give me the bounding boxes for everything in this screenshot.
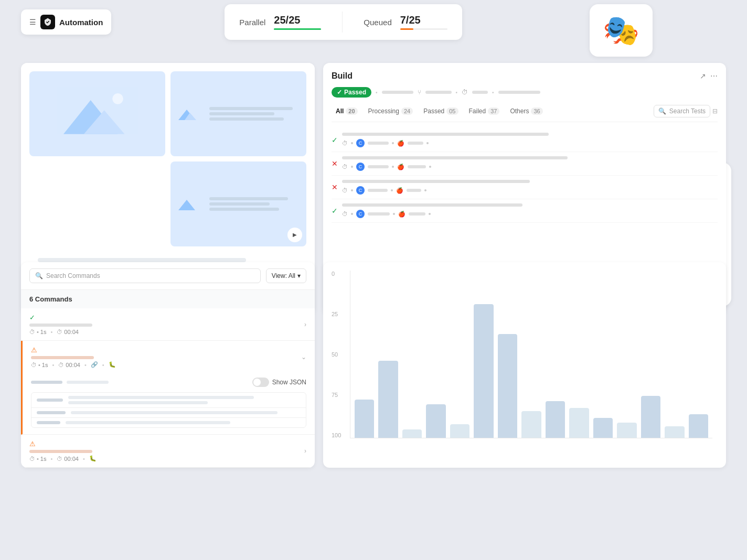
bar-6 bbox=[474, 304, 493, 438]
app-header: ☰ Automation bbox=[21, 9, 111, 35]
search-commands-icon: 🔍 bbox=[35, 272, 43, 279]
test-info: ⏱ C 🍎 bbox=[342, 133, 718, 147]
test-fail-icon: ✕ bbox=[332, 183, 338, 191]
bar-8 bbox=[521, 411, 541, 438]
browser-badge: C bbox=[356, 139, 365, 147]
command-left-expanded: ⚠ ⏱ • 1s • ⏱ 00:04 • bbox=[31, 346, 116, 368]
filter-icon[interactable]: ⊟ bbox=[712, 107, 718, 115]
bug-icon: 🐛 bbox=[109, 361, 116, 368]
app-title: Automation bbox=[59, 18, 103, 27]
test-row[interactable]: ✕ ⏱ C 🍎 bbox=[332, 176, 718, 199]
more-icon[interactable]: ⋯ bbox=[710, 72, 718, 80]
test-tabs: All20 Processing24 Passed05 Failed37 Oth… bbox=[332, 105, 718, 122]
tab-processing[interactable]: Processing24 bbox=[364, 105, 418, 117]
thumb-lines-1 bbox=[209, 107, 302, 121]
bottom-area: 🔍 Search Commands View: All ▾ 6 Commands… bbox=[21, 262, 726, 468]
toggle-knob bbox=[253, 379, 261, 386]
browser-badge: C bbox=[356, 210, 365, 218]
bar-7 bbox=[498, 334, 517, 438]
bar-3 bbox=[402, 429, 422, 438]
command-row[interactable]: ✓ ⏱ • 1s • ⏱ 00:04 bbox=[21, 308, 315, 341]
tab-all[interactable]: All20 bbox=[332, 105, 362, 117]
search-tests-input[interactable]: 🔍 Search Tests bbox=[654, 105, 710, 117]
search-commands-input[interactable]: 🔍 Search Commands bbox=[29, 268, 261, 283]
y-label-75: 75 bbox=[332, 392, 347, 398]
command-name-2 bbox=[31, 356, 94, 359]
tab-failed[interactable]: Failed37 bbox=[465, 105, 504, 117]
chevron-down-icon-cmd[interactable]: ⌄ bbox=[301, 353, 306, 361]
chevron-right-icon[interactable]: › bbox=[304, 321, 306, 328]
os-icon: 🍎 bbox=[396, 187, 403, 194]
bar-2 bbox=[378, 361, 398, 438]
meta-line-2 bbox=[425, 91, 452, 94]
table-row bbox=[31, 418, 306, 427]
search-tests-icon: 🔍 bbox=[658, 107, 666, 115]
theater-icon: 🎭 bbox=[603, 13, 639, 48]
build-actions: ↗ ⋯ bbox=[700, 72, 718, 80]
commands-count: 6 Commands bbox=[21, 290, 315, 308]
bar-1 bbox=[355, 400, 374, 438]
command-left-3: ⚠ ⏱ • 1s • ⏱ 00:04 • bbox=[29, 440, 97, 462]
clock-icon: ⏱ bbox=[342, 211, 348, 217]
os-icon: 🍎 bbox=[397, 164, 404, 170]
parallel-label: Parallel bbox=[239, 18, 265, 27]
clock-icon: ⏱ bbox=[342, 187, 348, 193]
cell-key bbox=[37, 411, 66, 414]
tab-buttons bbox=[31, 381, 109, 384]
tab-btn-1[interactable] bbox=[31, 381, 62, 384]
bar-14 bbox=[665, 426, 684, 438]
test-meta-row: ⏱ C 🍎 bbox=[342, 186, 718, 195]
view-select[interactable]: View: All ▾ bbox=[266, 268, 306, 283]
test-row[interactable]: ✓ ⏱ C 🍎 bbox=[332, 128, 718, 152]
chevron-right-icon-3[interactable]: › bbox=[304, 447, 306, 455]
command-meta-time: ⏱ • 1s bbox=[29, 329, 46, 335]
test-fail-icon: ✕ bbox=[332, 159, 338, 168]
bar-13 bbox=[641, 396, 660, 438]
clock-icon-meta: ⏱ bbox=[462, 89, 468, 96]
video-thumb-bottom-right[interactable]: ▶ bbox=[170, 161, 306, 246]
parallel-value: 25/25 bbox=[274, 14, 300, 26]
test-meta-row: ⏱ C 🍎 bbox=[342, 139, 718, 147]
logo-icon bbox=[40, 15, 55, 29]
test-list: ✓ ⏱ C 🍎 ✕ bbox=[332, 128, 718, 223]
video-thumb-large[interactable] bbox=[29, 71, 165, 156]
test-info: ⏱ C 🍎 bbox=[342, 180, 718, 195]
command-row-expanded[interactable]: ⚠ ⏱ • 1s • ⏱ 00:04 • bbox=[21, 341, 315, 435]
test-meta-row: ⏱ C 🍎 bbox=[342, 210, 718, 218]
bar-4 bbox=[426, 404, 445, 438]
chart-panel: 100 75 50 25 0 bbox=[323, 262, 726, 468]
clock-icon: ⏱ bbox=[342, 140, 348, 146]
toggle-switch[interactable] bbox=[252, 378, 269, 387]
tab-others[interactable]: Others36 bbox=[506, 105, 547, 117]
hamburger-icon[interactable]: ☰ bbox=[29, 18, 36, 26]
queued-status: Queued 7/25 bbox=[364, 14, 447, 30]
play-button-overlay[interactable]: ▶ bbox=[287, 228, 302, 242]
browser-badge: C bbox=[356, 163, 365, 171]
command-expanded-content: Show JSON bbox=[23, 373, 315, 434]
command-check-icon: ✓ bbox=[29, 314, 92, 321]
bar-11 bbox=[593, 418, 613, 438]
y-label-100: 100 bbox=[332, 432, 347, 438]
command-main-3: ⚠ ⏱ • 1s • ⏱ 00:04 • bbox=[21, 435, 315, 467]
tab-passed[interactable]: Passed05 bbox=[419, 105, 462, 117]
show-json-toggle[interactable]: Show JSON bbox=[252, 378, 306, 387]
tab-btn-2[interactable] bbox=[67, 381, 109, 384]
command-meta: ⏱ • 1s • ⏱ 00:04 bbox=[29, 329, 92, 335]
status-panel: Parallel 25/25 Queued 7/25 bbox=[225, 4, 462, 40]
video-thumb-top-right[interactable] bbox=[170, 71, 306, 156]
command-row-3[interactable]: ⚠ ⏱ • 1s • ⏱ 00:04 • bbox=[21, 435, 315, 468]
link-icon: 🔗 bbox=[91, 361, 98, 368]
test-row[interactable]: ✓ ⏱ C 🍎 bbox=[332, 199, 718, 223]
build-header: Build ↗ ⋯ bbox=[332, 71, 718, 81]
bar-15 bbox=[689, 414, 708, 438]
share-icon[interactable]: ↗ bbox=[700, 72, 706, 80]
command-meta-duration: ⏱ 00:04 bbox=[57, 329, 79, 335]
queued-value: 7/25 bbox=[400, 14, 421, 26]
chevron-down-icon: ▾ bbox=[297, 272, 301, 279]
test-row[interactable]: ✕ ⏱ C 🍎 bbox=[332, 152, 718, 176]
cell-value bbox=[68, 396, 301, 404]
build-meta: ✓ Passed • ⑂ • ⏱ • bbox=[332, 87, 718, 98]
passed-badge: ✓ Passed bbox=[332, 87, 371, 98]
test-info: ⏱ C 🍎 bbox=[342, 156, 718, 171]
browser-badge: C bbox=[356, 186, 365, 195]
